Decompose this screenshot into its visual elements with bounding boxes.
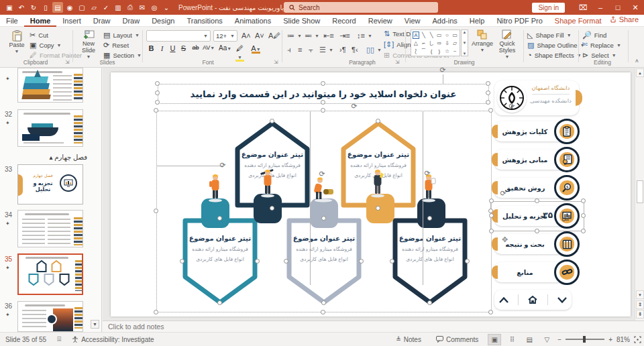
selection-handle[interactable] xyxy=(359,259,364,264)
next-slide-icon[interactable]: ⇟ xyxy=(636,310,644,319)
text-shadow-button[interactable]: ab xyxy=(191,44,201,51)
font-size-combobox[interactable]: 12+▼ xyxy=(213,30,237,42)
selection-handle[interactable] xyxy=(154,209,158,213)
zoom-percent[interactable]: 81% xyxy=(616,336,630,343)
paste-button[interactable]: Paste▼ xyxy=(5,30,28,55)
start-slideshow-icon[interactable]: ▯ xyxy=(40,2,51,13)
selection-handle[interactable] xyxy=(581,198,586,203)
rotate-handle[interactable]: ⟳ xyxy=(498,188,508,198)
font-color-button[interactable]: A▼ xyxy=(251,44,261,52)
slide-thumbnail-34[interactable] xyxy=(17,210,83,247)
tab-review[interactable]: Review xyxy=(362,15,398,27)
close-button[interactable]: ✕ xyxy=(627,0,644,15)
selection-handle[interactable] xyxy=(427,216,432,221)
align-right-button[interactable]: ⫟ xyxy=(309,46,313,54)
zoom-out-icon[interactable]: − xyxy=(557,336,561,343)
sign-in-button[interactable]: Sign in xyxy=(532,3,565,13)
clipboard-dialog-launcher[interactable]: ⇲ xyxy=(65,59,70,65)
rotate-handle[interactable]: ⟳ xyxy=(507,101,517,111)
justify-button[interactable]: ☰▼ xyxy=(319,46,333,54)
tab-slide-show[interactable]: Slide Show xyxy=(277,15,326,27)
selection-handle[interactable] xyxy=(217,300,222,305)
tab-nitro-pdf-pro[interactable]: Nitro PDF Pro xyxy=(490,15,548,27)
selection-handle[interactable] xyxy=(489,229,494,233)
nav-up-icon[interactable] xyxy=(499,297,508,303)
qat-customize-icon[interactable]: ⌄ xyxy=(161,2,172,13)
selection-handle[interactable] xyxy=(488,108,493,113)
share-button[interactable]: Share xyxy=(610,15,639,23)
selection-handle[interactable] xyxy=(465,259,470,264)
fit-to-window-icon[interactable] xyxy=(634,336,641,343)
redo-icon[interactable]: ↻ xyxy=(28,2,39,13)
selection-handle[interactable] xyxy=(535,229,539,233)
tab-draw-1[interactable]: Draw xyxy=(87,15,117,27)
slideshow-view-icon[interactable]: ▽ xyxy=(540,334,553,345)
increase-indent-button[interactable]: ⇥≡ xyxy=(339,32,350,40)
reset-button[interactable]: ⟳Reset xyxy=(103,41,129,50)
selection-handle[interactable] xyxy=(376,119,380,123)
strikethrough-button[interactable]: S xyxy=(178,44,189,52)
font-dialog-launcher[interactable]: ⇲ xyxy=(274,59,278,65)
selection-handle[interactable] xyxy=(155,100,160,105)
normal-view-icon[interactable]: ▣ xyxy=(488,334,501,345)
selection-handle[interactable] xyxy=(390,259,394,264)
format-painter-button[interactable]: 🖉Format Painter xyxy=(30,51,82,59)
change-case-button[interactable]: Aa▼ xyxy=(219,44,229,52)
search-box[interactable]: Search xyxy=(284,2,438,13)
smartart-icon[interactable]: ◉ xyxy=(64,2,75,13)
rotate-handle[interactable]: ⟳ xyxy=(423,168,432,178)
bold-button[interactable]: B xyxy=(146,44,156,52)
selection-handle[interactable] xyxy=(321,300,326,305)
email-icon[interactable]: ✉ xyxy=(137,2,148,13)
cut-button[interactable]: ✂Cut xyxy=(30,31,48,40)
previous-slide-icon[interactable]: ⇞ xyxy=(636,300,644,309)
tab-insert[interactable]: Insert xyxy=(56,15,87,27)
grow-font-button[interactable]: A˄ xyxy=(241,32,251,40)
notes-toggle[interactable]: ≜Notes xyxy=(390,336,427,343)
slide-thumbnail-32[interactable] xyxy=(17,109,83,147)
scroll-up-icon[interactable]: ▲ xyxy=(636,68,644,77)
print-preview-icon[interactable]: ▥ xyxy=(113,2,123,13)
selection-handle[interactable] xyxy=(489,198,494,203)
display-settings-icon[interactable]: ⌸ xyxy=(52,335,66,343)
columns-button[interactable]: ▯▯▼ xyxy=(366,46,382,54)
ltr-direction-button[interactable]: ›¶ xyxy=(339,46,346,54)
align-left-button[interactable]: ⫞ xyxy=(287,46,291,54)
slide-thumbnail-36[interactable] xyxy=(17,301,83,332)
selection-handle[interactable] xyxy=(321,81,325,86)
minimize-button[interactable]: – xyxy=(592,0,609,15)
tab-file[interactable]: File xyxy=(0,15,24,27)
arrange-button[interactable]: Arrange▼ xyxy=(471,30,494,54)
replace-button[interactable]: ᵇᶜReplace▼ xyxy=(582,41,621,49)
layout-icon[interactable]: ▤ xyxy=(52,2,63,13)
accessibility-status[interactable]: Accessibility: Investigate xyxy=(66,336,159,343)
selection-handle[interactable] xyxy=(486,81,490,86)
scroll-down-icon[interactable]: ▼ xyxy=(636,290,644,299)
selection-handle[interactable] xyxy=(581,229,586,233)
notes-pane[interactable]: Click to add notes xyxy=(103,321,644,332)
restore-button[interactable]: □ xyxy=(609,0,627,15)
selection-handle[interactable] xyxy=(154,108,158,113)
tab-animations[interactable]: Animations xyxy=(229,15,277,27)
thumbnail-scroll-down-button[interactable]: ▼ xyxy=(91,320,99,329)
slide-thumbnail-33[interactable]: فصل چهارم تجزیه و تحلیل xyxy=(17,164,83,205)
layout-button[interactable]: ▤Layout▼ xyxy=(103,31,140,40)
shape-effects-button[interactable]: ◔Shape Effects▼ xyxy=(527,51,582,59)
topic-hexagon-slate-down[interactable]: تیتر عنوان موضوع فروشگاه مینارو ارائه ده… xyxy=(286,218,362,305)
selection-handle[interactable] xyxy=(155,81,160,86)
selection-handle[interactable] xyxy=(489,213,494,218)
selection-handle[interactable] xyxy=(486,91,490,95)
zoom-in-icon[interactable]: + xyxy=(608,336,612,343)
selection-handle[interactable] xyxy=(270,206,274,211)
selection-handle[interactable] xyxy=(154,310,158,314)
selection-handle[interactable] xyxy=(321,216,326,221)
line-spacing-button[interactable]: ↕≡▼ xyxy=(357,32,372,40)
rotate-handle[interactable]: ⟳ xyxy=(317,169,327,178)
tab-design[interactable]: Design xyxy=(146,15,180,27)
vertical-scrollbar[interactable]: ▲ ▼ ⇞ ⇟ xyxy=(635,68,644,321)
selection-handle[interactable] xyxy=(486,100,490,105)
shape-fill-button[interactable]: ◺Shape Fill▼ xyxy=(527,31,572,40)
selection-handle[interactable] xyxy=(284,259,288,264)
selection-handle[interactable] xyxy=(488,209,493,213)
clear-formatting-button[interactable]: A🖉 xyxy=(268,32,280,40)
